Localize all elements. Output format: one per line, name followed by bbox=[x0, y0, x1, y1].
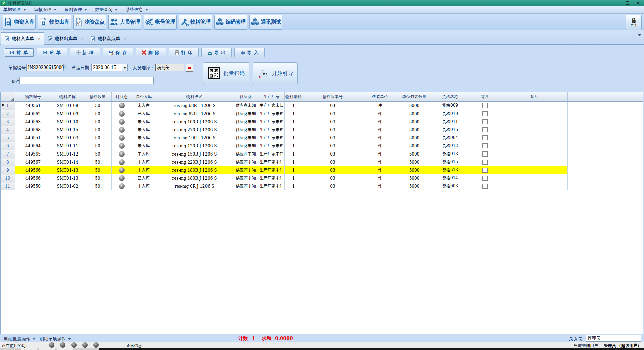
column-header-pack_qty[interactable]: 单位包装数量 bbox=[398, 92, 431, 102]
next-doc-button[interactable]: 后 单 bbox=[37, 48, 67, 57]
cell-code[interactable]: 449563 bbox=[15, 118, 51, 126]
cell-in_stock[interactable]: 未入库 bbox=[132, 182, 156, 190]
cell-pack_qty[interactable]: 5000 bbox=[398, 150, 431, 158]
cell-unit[interactable]: 件 bbox=[363, 126, 398, 134]
cell-name[interactable]: SMT01-09 bbox=[51, 110, 84, 118]
cell-supplier[interactable]: 供应商未知 bbox=[233, 134, 259, 142]
cell-in_stock[interactable]: 未入库 bbox=[132, 118, 156, 126]
cell-version[interactable]: 03 bbox=[303, 110, 363, 118]
cell-desc[interactable]: res-mg 10R J 1206 S bbox=[156, 134, 233, 142]
cell-desc[interactable]: res-mg 180R J 1206 S bbox=[156, 174, 233, 182]
cell-version[interactable]: 03 bbox=[303, 118, 363, 126]
cell-odd[interactable] bbox=[469, 142, 501, 150]
cell-remark[interactable] bbox=[501, 134, 567, 142]
cell-shelf[interactable]: 货格004 bbox=[431, 134, 469, 142]
cell-qty[interactable]: 50 bbox=[84, 150, 111, 158]
cell-name[interactable]: SMT01-15 bbox=[51, 126, 84, 134]
cell-price[interactable]: 1 bbox=[284, 118, 303, 126]
cell-pack_qty[interactable]: 5000 bbox=[398, 134, 431, 142]
operator-field[interactable]: 管理员 bbox=[586, 335, 641, 342]
odd-checkbox[interactable] bbox=[482, 168, 488, 173]
row-selector[interactable]: 11 bbox=[1, 182, 15, 190]
tab-close-icon[interactable]: × bbox=[81, 36, 84, 41]
cell-lamp[interactable] bbox=[111, 118, 132, 126]
tab-overflow-icon[interactable] bbox=[638, 34, 641, 36]
cell-version[interactable]: 03 bbox=[303, 158, 363, 166]
cell-remark[interactable] bbox=[501, 150, 567, 158]
cell-odd[interactable] bbox=[469, 118, 501, 126]
tab-material-out[interactable]: 物料出库单 × bbox=[44, 33, 87, 44]
cell-shelf[interactable]: 货格014 bbox=[431, 174, 469, 182]
cell-version[interactable]: 03 bbox=[303, 126, 363, 134]
cell-unit[interactable]: 件 bbox=[363, 142, 398, 150]
detail-batch-menu[interactable]: 明细批量操作 bbox=[4, 336, 35, 342]
cell-version[interactable]: 03 bbox=[303, 166, 363, 174]
cell-price[interactable]: 1 bbox=[284, 166, 303, 174]
cell-price[interactable]: 1 bbox=[284, 182, 303, 190]
cell-lamp[interactable] bbox=[111, 150, 132, 158]
start-guide-button[interactable]: 开始引导 bbox=[253, 62, 298, 84]
cell-code[interactable]: 449564 bbox=[15, 142, 51, 150]
row-selector[interactable]: 6 bbox=[1, 142, 15, 150]
menu-item-data[interactable]: 资料管理 bbox=[64, 7, 87, 13]
new-doc-button[interactable]: 新 增 bbox=[70, 48, 100, 57]
cell-remark[interactable] bbox=[501, 126, 567, 134]
cell-in_stock[interactable]: 未入库 bbox=[132, 166, 156, 174]
cell-name[interactable]: SMT01-02 bbox=[51, 182, 84, 190]
cell-desc[interactable]: res-mg 220R J 1206 S bbox=[156, 158, 233, 166]
remark-field[interactable] bbox=[19, 77, 154, 84]
column-header-supplier[interactable]: 供应商 bbox=[233, 92, 259, 102]
cell-pack_qty[interactable]: 5000 bbox=[398, 126, 431, 134]
cell-shelf[interactable]: 货格013 bbox=[431, 150, 469, 158]
cell-odd[interactable] bbox=[469, 182, 501, 190]
cell-remark[interactable] bbox=[501, 142, 567, 150]
row-selector[interactable]: 1 bbox=[1, 102, 15, 110]
cell-price[interactable]: 1 bbox=[284, 174, 303, 182]
cell-qty[interactable]: 50 bbox=[84, 166, 111, 174]
cell-odd[interactable] bbox=[469, 126, 501, 134]
maximize-icon[interactable] bbox=[625, 1, 629, 5]
cell-price[interactable]: 1 bbox=[284, 102, 303, 110]
odd-checkbox[interactable] bbox=[482, 111, 488, 116]
tab-close-icon[interactable]: × bbox=[38, 36, 41, 41]
close-icon[interactable] bbox=[636, 1, 640, 5]
cell-lamp[interactable] bbox=[111, 126, 132, 134]
material-out-button[interactable]: 物资出库 bbox=[38, 15, 71, 30]
doc-date-combobox[interactable]: 2020-06-15 bbox=[91, 64, 128, 71]
cell-supplier[interactable]: 供应商未知 bbox=[233, 118, 259, 126]
person-field[interactable]: 杨清美 bbox=[155, 64, 184, 71]
column-header-shelf[interactable]: 货格名称 bbox=[431, 92, 469, 102]
cell-code[interactable]: 449566 bbox=[15, 166, 51, 174]
cell-name[interactable]: SMT01-10 bbox=[51, 118, 84, 126]
cell-qty[interactable]: 50 bbox=[84, 142, 111, 150]
menu-item-documents[interactable]: 单据管理 bbox=[3, 7, 26, 13]
cell-pack_qty[interactable]: 5000 bbox=[398, 182, 431, 190]
cell-shelf[interactable]: 货格016 bbox=[431, 126, 469, 134]
cell-unit[interactable]: 件 bbox=[363, 174, 398, 182]
row-selector[interactable]: 8 bbox=[1, 158, 15, 166]
export-button[interactable]: 导 出 bbox=[201, 48, 232, 57]
cell-price[interactable]: 1 bbox=[284, 110, 303, 118]
delete-button[interactable]: 删 除 bbox=[136, 48, 166, 57]
menu-item-audit[interactable]: 审核管理 bbox=[34, 7, 56, 13]
cell-manufacturer[interactable]: 生产厂家未知 bbox=[259, 150, 284, 158]
cell-name[interactable]: SMT01-12 bbox=[51, 150, 84, 158]
personnel-button[interactable]: 人员管理 bbox=[108, 15, 141, 30]
cell-code[interactable]: 449568 bbox=[15, 126, 51, 134]
cell-shelf[interactable]: 货格513 bbox=[431, 166, 469, 174]
cell-manufacturer[interactable]: 生产厂家未知 bbox=[259, 174, 284, 182]
cell-code[interactable]: 449567 bbox=[15, 158, 51, 166]
menu-item-system[interactable]: 系统信息 bbox=[126, 7, 148, 13]
cell-shelf[interactable]: 货格012 bbox=[431, 142, 469, 150]
column-header-desc[interactable]: 物料描述 bbox=[156, 92, 233, 102]
cell-name[interactable]: SMT01-03 bbox=[51, 134, 84, 142]
column-header-in_stock[interactable]: 是否入库 bbox=[132, 92, 156, 102]
material-manage-button[interactable]: 物料管理 bbox=[179, 15, 212, 30]
cell-qty[interactable]: 50 bbox=[84, 174, 111, 182]
cell-qty[interactable]: 50 bbox=[84, 118, 111, 126]
cell-qty[interactable]: 50 bbox=[84, 134, 111, 142]
cell-desc[interactable]: res-mg 68R J 1206 S bbox=[156, 102, 233, 110]
cell-manufacturer[interactable]: 生产厂家未知 bbox=[259, 166, 284, 174]
column-header-lamp[interactable]: 灯状态 bbox=[111, 92, 132, 102]
doc-no-field[interactable]: INS202006150001 bbox=[26, 64, 64, 71]
